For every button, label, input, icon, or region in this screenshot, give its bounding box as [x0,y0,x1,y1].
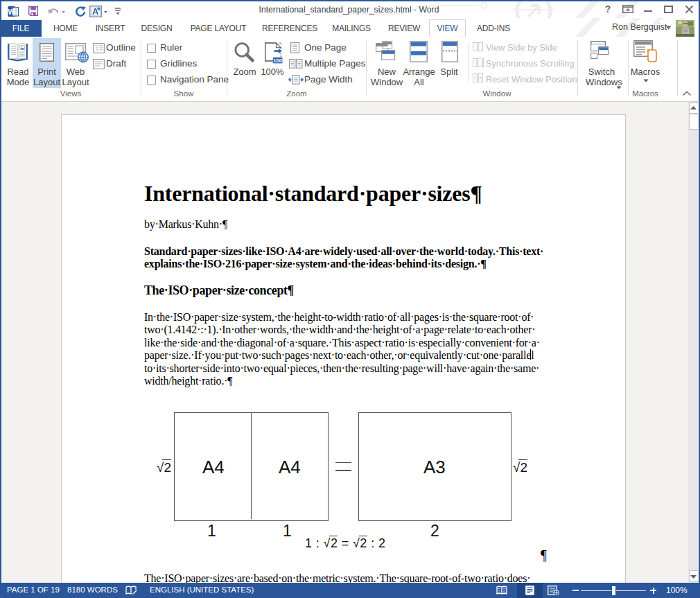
svg-text:100: 100 [273,58,282,64]
svg-text:W: W [8,8,15,16]
